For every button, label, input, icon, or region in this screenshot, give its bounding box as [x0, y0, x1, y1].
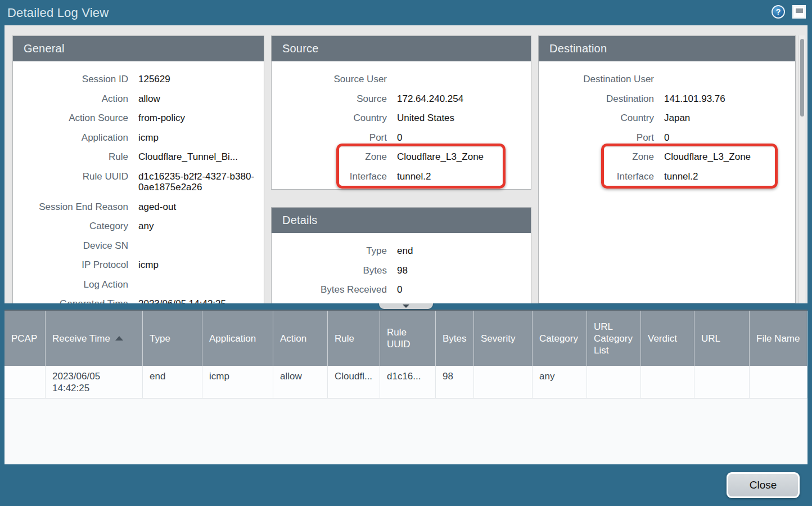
field-label: Destination [539, 93, 654, 105]
field-label: Application [13, 132, 128, 144]
field-label: Action [13, 93, 128, 105]
destination-panel-body: Destination User Destination141.101.93.7… [539, 61, 795, 186]
column-header-verdict[interactable]: Verdict [641, 311, 694, 366]
column-header-pcap[interactable]: PCAP [4, 311, 46, 366]
field-value: d1c16235-b2f2-4327-b380-0ae1875e2a26 [138, 171, 256, 193]
field-value: aged-out [138, 201, 256, 213]
column-header-label: Rule UUID [387, 326, 431, 350]
panel-title: Details [282, 214, 318, 227]
table-row[interactable]: 2023/06/05 14:42:25 end icmp allow Cloud… [4, 366, 808, 398]
field-label: Zone [272, 151, 387, 163]
field-label: Type [272, 245, 387, 257]
field-row-ip-protocol: IP Protocolicmp [13, 255, 264, 275]
dialog-content: General Session ID125629 Actionallow Act… [4, 25, 808, 464]
window-popout-icon-bar [796, 8, 803, 13]
log-table-header: PCAP Receive Time Type Application Actio… [4, 310, 808, 366]
column-header-label: Verdict [648, 333, 677, 344]
field-label: Country [272, 113, 387, 124]
field-label: Session ID [13, 74, 128, 85]
field-row-rule: RuleCloudflare_Tunnel_Bi... [13, 147, 264, 167]
field-value: Japan [664, 113, 787, 124]
general-panel: General Session ID125629 Actionallow Act… [12, 35, 264, 303]
field-row-destination-user: Destination User [539, 69, 795, 89]
field-label: Device SN [13, 240, 128, 252]
field-value: allow [138, 93, 256, 105]
details-panel-body: Typeend Bytes98 Bytes Received0 [272, 233, 531, 299]
splitter-handle[interactable] [379, 303, 433, 309]
column-header-rule[interactable]: Rule [328, 311, 380, 366]
cell-severity [474, 366, 533, 398]
column-header-application[interactable]: Application [202, 311, 273, 366]
column-header-url[interactable]: URL [694, 311, 750, 366]
column-header-file-name[interactable]: File Name [750, 311, 808, 366]
help-icon[interactable]: ? [772, 5, 785, 19]
column-header-label: Severity [481, 333, 515, 344]
field-label: Port [272, 132, 387, 144]
field-row-type: Typeend [272, 241, 531, 261]
column-header-type[interactable]: Type [143, 311, 202, 366]
field-row-port: Port0 [272, 128, 531, 147]
cell-rule-uuid: d1c16... [380, 366, 436, 398]
panels-scrollbar[interactable] [798, 35, 805, 303]
field-value: 2023/06/05 14:42:25 [138, 298, 256, 303]
column-header-receive-time[interactable]: Receive Time [46, 311, 143, 366]
column-header-category[interactable]: Category [533, 311, 587, 366]
field-value: icmp [138, 132, 256, 144]
sort-ascending-icon [115, 336, 123, 341]
panels-scrollbar-thumb[interactable] [800, 39, 804, 117]
field-label: Interface [272, 171, 387, 182]
cell-verdict [641, 366, 694, 398]
field-label: Action Source [13, 113, 128, 124]
field-label: Destination User [539, 74, 654, 85]
field-row-country: CountryJapan [539, 108, 795, 128]
source-panel: Source Source User Source172.64.240.254 … [271, 35, 531, 190]
page-title: Detailed Log View [7, 6, 109, 20]
field-row-session-end-reason: Session End Reasonaged-out [13, 197, 264, 217]
field-value: 141.101.93.76 [664, 93, 787, 105]
cell-url [694, 366, 750, 398]
cell-category: any [533, 366, 587, 398]
panel-title: Destination [549, 42, 607, 55]
field-row-interface: Interfacetunnel.2 [539, 167, 795, 186]
field-value: icmp [138, 259, 256, 271]
column-header-severity[interactable]: Severity [474, 311, 533, 366]
field-row-source-user: Source User [272, 69, 531, 89]
field-row-generated-time: Generated Time2023/06/05 14:42:25 [13, 294, 264, 303]
field-row-category: Categoryany [13, 216, 264, 236]
field-value: end [397, 245, 523, 257]
field-row-source: Source172.64.240.254 [272, 89, 531, 109]
column-header-rule-uuid[interactable]: Rule UUID [380, 311, 436, 366]
window-popout-icon[interactable] [792, 5, 806, 19]
cell-pcap [4, 366, 46, 398]
log-table: PCAP Receive Time Type Application Actio… [4, 310, 808, 464]
field-row-action-source: Action Sourcefrom-policy [13, 108, 264, 128]
field-label: Country [539, 113, 654, 124]
field-value: Cloudflare_L3_Zone [397, 151, 523, 163]
titlebar: Detailed Log View ? [0, 0, 812, 25]
column-header-label: Rule [335, 333, 354, 344]
field-label: Log Action [13, 279, 128, 290]
field-row-session-id: Session ID125629 [13, 69, 264, 89]
log-detail-panels: General Session ID125629 Actionallow Act… [4, 25, 808, 303]
field-row-bytes-received: Bytes Received0 [272, 280, 531, 299]
field-label: Interface [539, 171, 654, 182]
field-value: 0 [397, 284, 523, 295]
cell-type: end [143, 366, 202, 398]
chevron-down-icon [403, 305, 409, 308]
field-value: United States [397, 113, 523, 124]
column-header-label: Receive Time [52, 333, 110, 344]
field-value: 172.64.240.254 [397, 93, 523, 105]
field-label: Zone [539, 151, 654, 163]
cell-rule: Cloudfl... [328, 366, 380, 398]
cell-bytes: 98 [436, 366, 474, 398]
column-header-url-category-list[interactable]: URL Category List [587, 311, 641, 366]
field-value: tunnel.2 [397, 171, 523, 182]
field-row-rule-uuid: Rule UUIDd1c16235-b2f2-4327-b380-0ae1875… [13, 167, 264, 197]
field-value: Cloudflare_Tunnel_Bi... [138, 151, 256, 163]
column-header-label: PCAP [11, 333, 37, 344]
column-header-bytes[interactable]: Bytes [436, 311, 474, 366]
close-button[interactable]: Close [727, 472, 800, 498]
column-header-action[interactable]: Action [273, 311, 328, 366]
field-value: 125629 [138, 74, 256, 85]
field-label: Session End Reason [13, 201, 128, 213]
